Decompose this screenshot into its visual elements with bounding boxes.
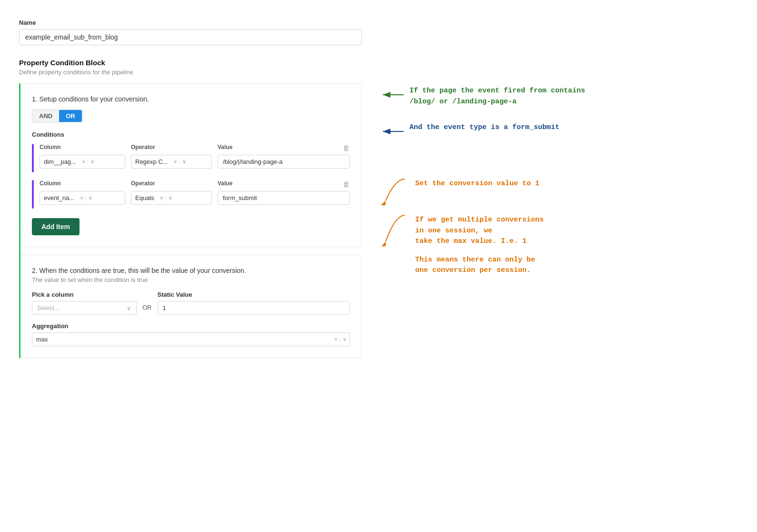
pick-col-group: Pick a column Select... ∨	[32, 291, 137, 315]
annotation-text-4: If we get multiple conversions in one se…	[415, 215, 544, 247]
name-label: Name	[19, 19, 362, 26]
annotation-text-3: Set the conversion value to 1	[415, 179, 539, 190]
aggregation-arrow[interactable]: ∨	[339, 336, 349, 342]
col-header-operator-1: Operator	[131, 144, 212, 152]
operator-clear-1[interactable]: ×	[172, 159, 179, 165]
and-or-toggle[interactable]: AND OR	[32, 110, 82, 122]
condition-row-1: Column Operator Value 🗑 dim__pag... × ∨	[32, 144, 350, 172]
condition-headers-2: Column Operator Value 🗑	[40, 180, 350, 188]
annotation-5: This means there can only be one convers…	[381, 255, 738, 276]
name-input[interactable]	[19, 29, 362, 45]
column-select-2[interactable]: event_na... × ∨	[40, 191, 125, 205]
condition-border-2	[32, 180, 34, 209]
annotation-text-5: This means there can only be one convers…	[415, 255, 738, 276]
condition-rows: Column Operator Value 🗑 dim__pag... × ∨	[32, 144, 350, 209]
arrow-icon-4	[381, 213, 409, 246]
col-header-column-1: Column	[40, 144, 125, 152]
column-arrow-1[interactable]: ∨	[87, 159, 97, 165]
condition-inputs-2: event_na... × ∨ Equals × ∨	[40, 191, 350, 205]
static-value-input[interactable]	[158, 301, 350, 315]
col-header-operator-2: Operator	[131, 180, 212, 188]
value-input-1[interactable]	[218, 155, 350, 169]
pick-col-chevron: ∨	[127, 304, 131, 311]
and-button[interactable]: AND	[32, 110, 59, 122]
setup-title: 1. Setup conditions for your conversion.	[32, 95, 350, 103]
pick-col-placeholder: Select...	[37, 304, 60, 311]
value-wrapper-2	[218, 191, 350, 205]
annotation-1: If the page the event fired from contain…	[381, 86, 738, 107]
condition-row-2: Column Operator Value 🗑 event_na... × ∨	[32, 180, 350, 209]
static-value-label: Static Value	[158, 291, 350, 298]
annotation-4: If we get multiple conversions in one se…	[381, 213, 738, 247]
column-value-2: event_na...	[40, 191, 78, 204]
condition-border-1	[32, 144, 34, 172]
column-value-1: dim__pag...	[40, 155, 80, 168]
pick-col-row: Pick a column Select... ∨ OR Static Valu…	[32, 291, 350, 315]
operator-value-1: Regexp C...	[131, 155, 172, 168]
right-panel: If the page the event fired from contain…	[362, 19, 738, 358]
arrow-icon-3	[381, 177, 409, 205]
aggregation-value: max	[32, 333, 332, 346]
aggregation-select[interactable]: max × ∨	[32, 332, 350, 346]
pick-col-select[interactable]: Select... ∨	[32, 301, 137, 315]
column-clear-2[interactable]: ×	[78, 195, 85, 201]
condition-fields-2: Column Operator Value 🗑 event_na... × ∨	[40, 180, 350, 205]
aggregation-label: Aggregation	[32, 322, 350, 330]
col-header-column-2: Column	[40, 180, 125, 188]
conversion-title: 2. When the conditions are true, this wi…	[32, 267, 350, 274]
annotation-3: Set the conversion value to 1	[381, 177, 738, 205]
aggregation-group: Aggregation max × ∨	[32, 322, 350, 346]
operator-clear-2[interactable]: ×	[158, 195, 165, 201]
arrow-icon-1	[381, 88, 405, 102]
aggregation-clear[interactable]: ×	[332, 336, 339, 343]
condition-inputs-1: dim__pag... × ∨ Regexp C... × ∨	[40, 155, 350, 169]
pick-col-label: Pick a column	[32, 291, 137, 298]
operator-value-2: Equals	[131, 191, 158, 204]
value-input-2[interactable]	[218, 191, 350, 205]
operator-arrow-2[interactable]: ∨	[165, 195, 175, 201]
value-wrapper-1	[218, 155, 350, 169]
or-label: OR	[142, 304, 152, 315]
column-clear-1[interactable]: ×	[80, 159, 87, 165]
col-header-value-2: Value	[218, 180, 333, 188]
trash-icon-2[interactable]: 🗑	[343, 180, 350, 188]
column-arrow-2[interactable]: ∨	[85, 195, 95, 201]
column-select-1[interactable]: dim__pag... × ∨	[40, 155, 125, 169]
add-item-button[interactable]: Add Item	[32, 218, 80, 235]
col-header-value-1: Value	[218, 144, 333, 152]
or-button[interactable]: OR	[59, 110, 82, 122]
annotation-text-2: And the event type is a form_submit	[409, 122, 559, 133]
condition-headers-1: Column Operator Value 🗑	[40, 144, 350, 152]
trash-icon-1[interactable]: 🗑	[343, 144, 350, 152]
condition-fields-1: Column Operator Value 🗑 dim__pag... × ∨	[40, 144, 350, 169]
operator-select-2[interactable]: Equals × ∨	[131, 191, 212, 205]
section-subtitle: Define property conditions for the pipel…	[19, 69, 362, 76]
operator-select-1[interactable]: Regexp C... × ∨	[131, 155, 212, 169]
annotation-2: And the event type is a form_submit	[381, 122, 738, 139]
arrow-icon-2	[381, 124, 405, 139]
static-value-group: Static Value	[158, 291, 350, 315]
conditions-label: Conditions	[32, 131, 350, 138]
conversion-subtitle: The value to set when the condition is t…	[32, 276, 350, 283]
annotation-text-1: If the page the event fired from contain…	[409, 86, 585, 107]
operator-arrow-1[interactable]: ∨	[179, 159, 189, 165]
section-title: Property Condition Block	[19, 59, 362, 67]
